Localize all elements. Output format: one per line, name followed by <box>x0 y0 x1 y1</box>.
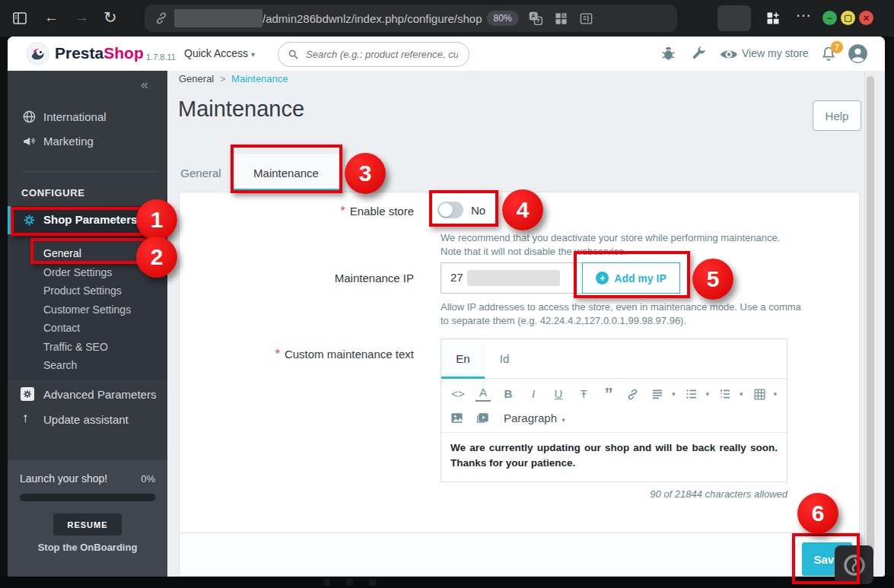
numbered-list-icon[interactable] <box>719 388 734 400</box>
brand-shop: Shop <box>103 44 144 62</box>
brand-presta: Presta <box>55 44 103 62</box>
prestashop-logo[interactable] <box>26 42 49 65</box>
browser-toolbar: ← → ↻ /admin286bdwnlz/index.php/configur… <box>0 0 894 37</box>
page-title: Maintenance <box>178 97 304 122</box>
numbered-list-caret-icon[interactable]: ▾ <box>740 390 743 398</box>
maintenance-ip-value: 27 <box>450 271 463 284</box>
align-icon[interactable] <box>651 388 667 400</box>
link-icon <box>154 11 168 25</box>
breadcrumb-separator: > <box>220 73 226 84</box>
paragraph-dropdown[interactable]: Paragraph ▾ <box>504 412 565 424</box>
source-code-icon[interactable]: <> <box>450 386 466 402</box>
lang-tab-en[interactable]: En <box>441 339 485 378</box>
breadcrumb-current[interactable]: Maintenance <box>231 73 288 84</box>
scrollbar-thumb[interactable] <box>867 76 874 557</box>
add-my-ip-label: Add my IP <box>614 272 666 284</box>
redacted-extension[interactable] <box>717 5 751 31</box>
redacted-ip <box>467 270 560 286</box>
search-bar[interactable] <box>278 42 469 67</box>
enable-store-label: *Enable store <box>180 205 414 218</box>
search-icon <box>288 49 299 60</box>
sidebar-item-shop-parameters[interactable]: Shop Parameters <box>8 206 167 234</box>
megaphone-icon <box>22 134 37 148</box>
bullet-list-icon[interactable] <box>686 388 701 400</box>
prestashop-app: PrestaShop 1.7.8.11 Quick Access ▾ View … <box>8 37 885 577</box>
debug-mode-icon[interactable] <box>835 545 873 584</box>
custom-text-label: *Custom maintenance text <box>180 348 414 361</box>
sidebar-item-general[interactable]: General <box>43 244 157 262</box>
resume-button[interactable]: RESUME <box>53 513 122 536</box>
table-caret-icon[interactable]: ▾ <box>774 390 778 398</box>
maximize-button[interactable]: ▢ <box>841 11 855 25</box>
tab-maintenance[interactable]: Maintenance <box>232 154 340 192</box>
maintenance-ip-input[interactable]: 27 <box>441 262 583 294</box>
insert-image-icon[interactable] <box>450 412 466 424</box>
eye-icon <box>720 48 738 61</box>
help-button[interactable]: Help <box>813 100 861 131</box>
sidebar-item-international[interactable]: International <box>43 110 107 123</box>
forward-icon[interactable]: → <box>75 10 89 24</box>
shop-parameters-submenu: General Order Settings Product Settings … <box>8 234 167 380</box>
strikethrough-icon[interactable]: Ŧ <box>576 386 591 402</box>
editor-content[interactable]: We are currently updating our shop and w… <box>441 433 787 483</box>
tile-windows-icon[interactable] <box>554 11 568 26</box>
sidebar-item-customer-settings[interactable]: Customer Settings <box>43 300 157 319</box>
insert-link-icon[interactable] <box>626 388 641 401</box>
brand-name: PrestaShop <box>55 44 144 62</box>
onboarding-progress-bar <box>20 494 155 501</box>
stop-onboarding-link[interactable]: Stop the OnBoarding <box>8 542 167 553</box>
lang-tab-id[interactable]: Id <box>485 339 524 378</box>
enable-store-toggle[interactable] <box>437 202 463 218</box>
sidebar-item-product-settings[interactable]: Product Settings <box>43 281 157 300</box>
url-bar[interactable]: /admin286bdwnlz/index.php/configure/shop… <box>145 5 677 32</box>
gear-icon <box>22 213 37 227</box>
paragraph-caret-icon: ▾ <box>562 416 565 424</box>
bold-icon[interactable]: B <box>501 386 516 402</box>
version-label: 1.7.8.11 <box>146 52 176 62</box>
sidebar-item-update-assistant[interactable]: Update assistant <box>43 413 129 426</box>
account-avatar-icon[interactable] <box>848 43 868 64</box>
sidebar-item-traffic-seo[interactable]: Traffic & SEO <box>43 338 157 356</box>
sidebar-item-search[interactable]: Search <box>43 356 157 374</box>
collapse-sidebar-button[interactable]: « <box>141 77 148 93</box>
back-icon[interactable]: ← <box>44 10 59 24</box>
breadcrumb: General > Maintenance <box>179 73 288 84</box>
url-path: /admin286bdwnlz/index.php/configure/shop <box>262 12 482 25</box>
scrollbar-track[interactable] <box>864 71 877 577</box>
maintenance-wrench-icon[interactable] <box>691 46 707 62</box>
tab-general[interactable]: General <box>175 154 227 192</box>
bullet-list-caret-icon[interactable]: ▾ <box>706 390 710 398</box>
translatable-editor: En Id <> A B I U Ŧ ” ▾ ▾ <box>441 338 787 482</box>
view-my-store-link[interactable]: View my store <box>742 47 809 59</box>
italic-icon[interactable]: I <box>526 386 541 402</box>
breadcrumb-parent[interactable]: General <box>179 73 214 84</box>
zoom-level-badge[interactable]: 80% <box>487 11 519 26</box>
blockquote-icon[interactable]: ” <box>601 389 616 399</box>
sidebar-item-contact[interactable]: Contact <box>43 319 157 337</box>
insert-media-icon[interactable] <box>476 412 491 424</box>
minimize-button[interactable]: − <box>822 11 837 25</box>
browser-menu-icon[interactable]: ⋯ <box>796 8 811 23</box>
extensions-icon[interactable] <box>765 11 781 26</box>
add-my-ip-button[interactable]: + Add my IP <box>582 262 680 294</box>
translate-icon[interactable]: A <box>528 11 543 26</box>
reader-view-icon[interactable] <box>579 11 593 26</box>
update-arrow-icon: ↑ <box>22 411 29 426</box>
sidebar-panel-icon[interactable] <box>12 11 27 26</box>
table-icon[interactable] <box>753 388 768 401</box>
quick-access-menu[interactable]: Quick Access ▾ <box>184 47 255 59</box>
character-counter: 90 of 21844 characters allowed <box>441 488 787 500</box>
sidebar: « International Marketing CONFIGURE Shop… <box>8 71 167 577</box>
enable-store-help-2: Note that it will not disable the webser… <box>441 245 627 259</box>
underline-icon[interactable]: U <box>551 386 566 402</box>
text-color-icon[interactable]: A <box>476 386 491 402</box>
sidebar-item-marketing[interactable]: Marketing <box>43 135 94 148</box>
search-input[interactable] <box>304 48 460 61</box>
sidebar-item-order-settings[interactable]: Order Settings <box>43 263 157 281</box>
align-caret-icon[interactable]: ▾ <box>672 390 676 398</box>
debug-bug-icon[interactable] <box>660 46 676 62</box>
reload-icon[interactable]: ↻ <box>103 9 117 25</box>
chevron-down-icon: ▾ <box>251 50 255 59</box>
close-button[interactable]: × <box>859 11 873 25</box>
sidebar-item-advanced-parameters[interactable]: Advanced Parameters <box>43 388 156 401</box>
